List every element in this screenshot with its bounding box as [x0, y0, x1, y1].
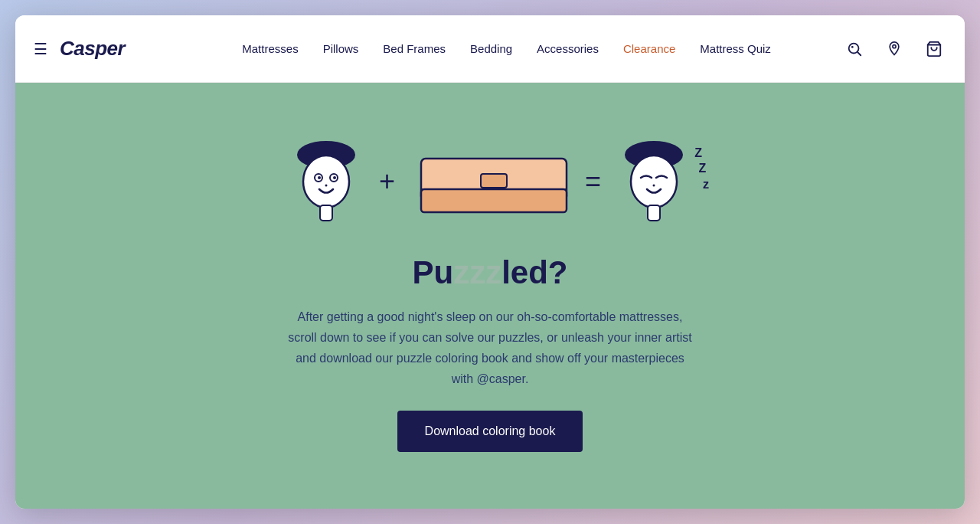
hero-text: Puzzzled? After getting a good night's s…	[283, 254, 697, 453]
awake-face	[292, 139, 361, 224]
nav-mattress-quiz[interactable]: Mattress Quiz	[700, 42, 771, 55]
mattress-illustration	[413, 151, 567, 212]
nav-accessories[interactable]: Accessories	[537, 42, 599, 55]
svg-point-6	[303, 156, 349, 208]
nav-bedding[interactable]: Bedding	[470, 42, 512, 55]
cart-icon[interactable]	[922, 37, 946, 61]
equals-symbol: =	[585, 165, 601, 198]
nav-mattresses[interactable]: Mattresses	[242, 42, 298, 55]
app-window: ☰ Casper Mattresses Pillows Bed Frames B…	[15, 15, 965, 509]
navbar: ☰ Casper Mattresses Pillows Bed Frames B…	[15, 15, 965, 83]
location-icon[interactable]	[882, 37, 906, 61]
svg-point-2	[851, 45, 854, 47]
headline-prefix: Pu	[412, 254, 453, 290]
hero-illustration: + =	[292, 139, 688, 224]
nav-clearance[interactable]: Clearance	[623, 42, 675, 55]
nav-icon-group	[842, 37, 946, 61]
hero-description: After getting a good night's sleep on ou…	[283, 306, 697, 390]
hamburger-icon[interactable]: ☰	[34, 40, 47, 58]
download-coloring-book-button[interactable]: Download coloring book	[397, 411, 583, 452]
svg-rect-19	[648, 205, 660, 221]
headline-zzz: zzz	[453, 254, 501, 290]
nav-links: Mattresses Pillows Bed Frames Bedding Ac…	[171, 42, 842, 55]
sleeping-face: Z Z z	[619, 139, 688, 224]
zzz-decoration: Z Z z	[694, 146, 710, 193]
plus-symbol: +	[379, 165, 395, 198]
main-content: + =	[15, 83, 965, 509]
svg-point-20	[653, 184, 655, 186]
svg-point-18	[631, 156, 677, 208]
svg-line-1	[858, 52, 861, 55]
svg-point-0	[849, 43, 859, 53]
nav-pillows[interactable]: Pillows	[323, 42, 359, 55]
logo[interactable]: Casper	[60, 37, 125, 61]
svg-point-3	[893, 44, 896, 47]
svg-rect-14	[421, 189, 567, 212]
svg-rect-11	[320, 205, 332, 221]
nav-bed-frames[interactable]: Bed Frames	[383, 42, 446, 55]
svg-point-8	[318, 176, 321, 179]
search-icon[interactable]	[842, 37, 867, 61]
headline-suffix: led?	[501, 254, 567, 290]
svg-point-12	[325, 184, 327, 186]
svg-point-10	[333, 176, 336, 179]
headline: Puzzzled?	[283, 254, 697, 291]
svg-rect-15	[481, 174, 507, 188]
